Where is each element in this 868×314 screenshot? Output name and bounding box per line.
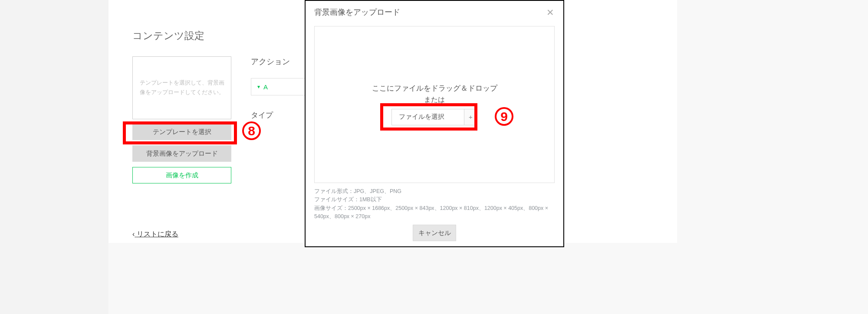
hint-size: ファイルサイズ：1MB以下 bbox=[314, 196, 555, 204]
chevron-down-icon: ▾ bbox=[257, 84, 260, 90]
upload-background-modal: 背景画像をアップロード ✕ ここにファイルをドラッグ＆ドロップ または ファイル… bbox=[305, 0, 564, 247]
back-to-list-link[interactable]: ‹ リストに戻る bbox=[132, 230, 178, 239]
hint-dimensions: 画像サイズ：2500px × 1686px、2500px × 843px、120… bbox=[314, 204, 555, 221]
back-link-text: リストに戻る bbox=[137, 230, 178, 238]
annotation-number-8: 8 bbox=[242, 121, 261, 140]
hint-format: ファイル形式：JPG、JPEG、PNG bbox=[314, 187, 555, 196]
file-hints: ファイル形式：JPG、JPEG、PNG ファイルサイズ：1MB以下 画像サイズ：… bbox=[314, 187, 555, 221]
cancel-button[interactable]: キャンセル bbox=[413, 225, 456, 241]
template-preview-placeholder: テンプレートを選択して、背景画像をアップロードしてください。 bbox=[132, 56, 231, 119]
sidebar-strip bbox=[0, 0, 108, 314]
file-add-button[interactable]: + bbox=[464, 109, 477, 125]
close-icon[interactable]: ✕ bbox=[546, 8, 555, 16]
upload-background-button[interactable]: 背景画像をアップロード bbox=[132, 145, 231, 162]
modal-title: 背景画像をアップロード bbox=[314, 7, 400, 17]
file-select-button[interactable]: ファイルを選択 bbox=[391, 109, 464, 125]
create-image-button[interactable]: 画像を作成 bbox=[132, 167, 231, 183]
drag-drop-text: ここにファイルをドラッグ＆ドロップ bbox=[372, 84, 497, 94]
or-text: または bbox=[424, 95, 445, 105]
select-template-button[interactable]: テンプレートを選択 bbox=[132, 124, 231, 140]
annotation-number-9: 9 bbox=[495, 107, 513, 126]
chevron-left-icon: ‹ bbox=[132, 230, 135, 238]
file-drop-area[interactable]: ここにファイルをドラッグ＆ドロップ または ファイルを選択 + bbox=[314, 26, 555, 183]
action-value: A bbox=[263, 83, 268, 91]
